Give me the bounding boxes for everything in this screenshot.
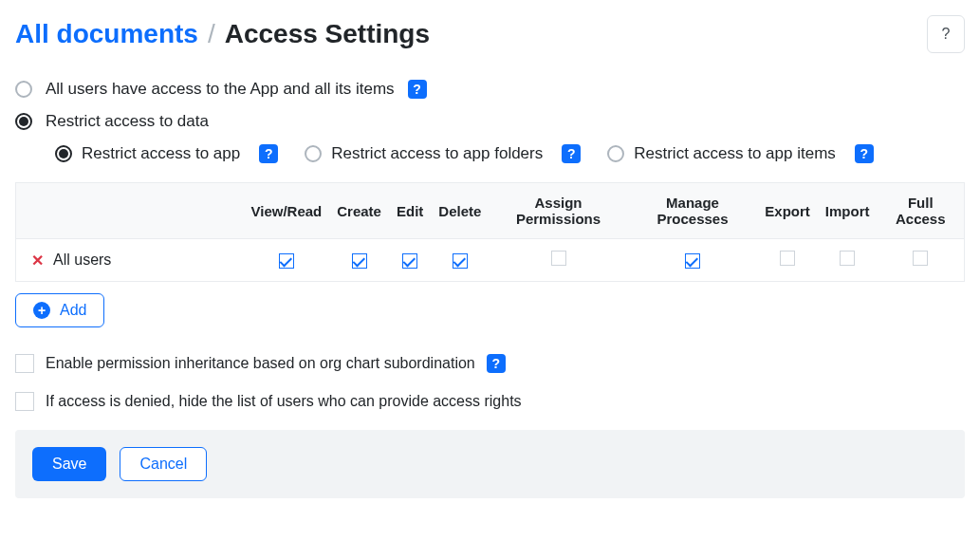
help-restrict-items[interactable]: ? — [855, 144, 874, 163]
col-create: Create — [329, 183, 389, 239]
footer-bar: Save Cancel — [15, 430, 965, 498]
breadcrumb-sep: / — [208, 19, 215, 49]
cancel-button[interactable]: Cancel — [120, 447, 207, 481]
radio-dot-icon — [59, 149, 68, 158]
checkbox-hide-denied-label: If access is denied, hide the list of us… — [46, 393, 522, 410]
page-title: Access Settings — [225, 19, 430, 49]
add-button[interactable]: + Add — [15, 293, 104, 327]
radio-all-users-label: All users have access to the App and all… — [46, 80, 395, 99]
radio-restrict[interactable] — [15, 113, 32, 130]
permission-checkbox[interactable] — [352, 253, 367, 269]
permissions-table: View/Read Create Edit Delete Assign Perm… — [15, 182, 965, 282]
radio-restrict-app[interactable] — [55, 145, 72, 162]
permission-checkbox[interactable] — [780, 251, 795, 266]
permission-checkbox[interactable] — [840, 251, 855, 266]
permission-checkbox[interactable] — [551, 251, 566, 266]
radio-restrict-app-label: Restrict access to app — [82, 144, 240, 163]
radio-restrict-items-label: Restrict access to app items — [634, 144, 836, 163]
checkbox-inherit-label: Enable permission inheritance based on o… — [46, 355, 475, 372]
help-inherit[interactable]: ? — [487, 354, 506, 373]
radio-restrict-folders-label: Restrict access to app folders — [331, 144, 543, 163]
radio-all-users[interactable] — [15, 81, 32, 98]
permission-checkbox[interactable] — [402, 253, 417, 269]
radio-restrict-label: Restrict access to data — [46, 112, 209, 131]
help-restrict-app[interactable]: ? — [259, 144, 278, 163]
plus-icon: + — [33, 302, 50, 319]
table-row: ✕All users — [16, 239, 965, 282]
radio-restrict-folders[interactable] — [305, 145, 322, 162]
row-label: All users — [53, 252, 111, 269]
col-delete: Delete — [431, 183, 489, 239]
radio-dot-icon — [19, 117, 28, 126]
col-export: Export — [757, 183, 818, 239]
permission-checkbox[interactable] — [685, 253, 700, 269]
page-help-button[interactable]: ? — [927, 15, 965, 53]
permission-checkbox[interactable] — [279, 253, 294, 269]
col-edit: Edit — [389, 183, 431, 239]
breadcrumb-link[interactable]: All documents — [15, 19, 198, 49]
save-button[interactable]: Save — [32, 447, 106, 481]
help-all-users[interactable]: ? — [408, 80, 427, 99]
add-button-label: Add — [60, 302, 86, 319]
checkbox-inherit[interactable] — [15, 354, 34, 373]
permission-checkbox[interactable] — [453, 253, 468, 269]
table-header-row: View/Read Create Edit Delete Assign Perm… — [16, 183, 965, 239]
help-icon: ? — [942, 26, 951, 43]
col-assign-permissions: Assign Permissions — [489, 183, 627, 239]
help-restrict-folders[interactable]: ? — [562, 144, 581, 163]
remove-row-icon[interactable]: ✕ — [31, 252, 44, 270]
checkbox-hide-denied[interactable] — [15, 392, 34, 411]
col-full-access: Full Access — [877, 183, 964, 239]
col-view: View/Read — [244, 183, 330, 239]
col-import: Import — [818, 183, 878, 239]
permission-checkbox[interactable] — [913, 251, 928, 266]
radio-restrict-items[interactable] — [607, 145, 624, 162]
breadcrumb: All documents / Access Settings — [15, 19, 430, 49]
col-manage-processes: Manage Processes — [628, 183, 758, 239]
